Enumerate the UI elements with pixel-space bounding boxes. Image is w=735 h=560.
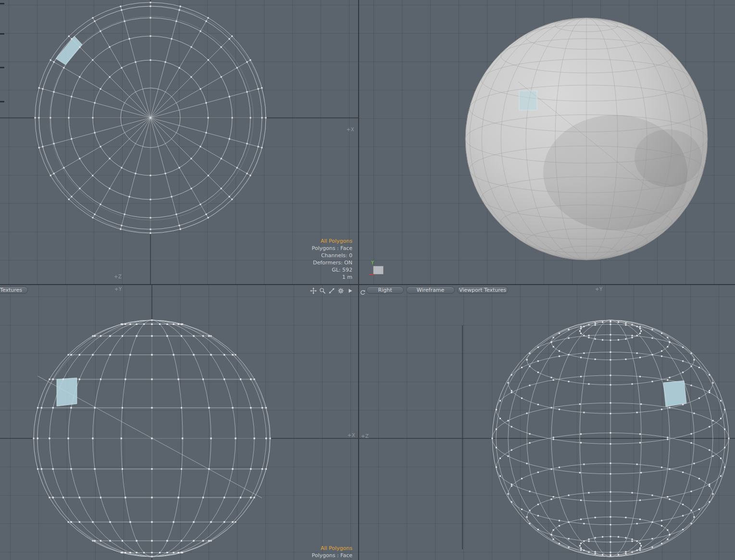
viewport-textures-button-partial[interactable]: Viewport Textures <box>0 286 28 294</box>
ruler-tick <box>0 33 4 35</box>
top-view-canvas[interactable] <box>0 0 358 284</box>
viewport-divider-horizontal[interactable] <box>0 284 735 285</box>
button-label: Viewport Textures <box>0 287 22 293</box>
stat-polygons: Polygons : Face <box>311 245 352 252</box>
viewport-top-view[interactable]: +X +Z All Polygons Polygons : Face Chann… <box>0 0 358 284</box>
axis-label-plus-x: +X <box>348 433 355 438</box>
gizmo-y-label: Y <box>371 260 374 265</box>
gizmo-cube <box>373 266 384 274</box>
viewport-perspective-view[interactable]: Y <box>359 0 735 284</box>
button-label: Viewport Textures <box>459 287 506 293</box>
viewport-front-view[interactable]: +Y +X All Polygons Polygons : Face Chann… <box>0 285 358 560</box>
axis-label-plus-y: +Y <box>114 286 122 292</box>
pan-icon[interactable] <box>310 287 317 294</box>
ruler-tick <box>0 101 4 102</box>
view-type-button[interactable]: Right <box>366 286 404 294</box>
ruler-tick <box>0 67 4 68</box>
axis-label-plus-z: +Z <box>361 434 369 439</box>
viewport-textures-button[interactable]: Viewport Textures <box>457 286 508 294</box>
viewport-right-view[interactable]: +Y +Z <box>359 285 735 560</box>
stat-deformers: Deformers: ON <box>311 259 352 266</box>
zoom-icon[interactable] <box>319 287 326 294</box>
ruler-tick <box>0 3 4 4</box>
shading-mode-button[interactable]: Wireframe <box>406 286 455 294</box>
axis-gizmo: Y <box>370 261 389 278</box>
viewport-stats: All Polygons Polygons : Face Channels: 0 <box>311 545 352 560</box>
modo-quad-viewport: +X +Z All Polygons Polygons : Face Chann… <box>0 0 735 560</box>
selected-polygon[interactable] <box>519 91 537 110</box>
selection-mode-label: All Polygons <box>311 545 352 552</box>
selected-polygon[interactable] <box>56 36 82 64</box>
gear-icon[interactable] <box>337 287 344 294</box>
axis-label-plus-z: +Z <box>114 274 122 279</box>
grid-scale-label: 1 m <box>311 274 352 281</box>
play-icon[interactable] <box>347 287 353 294</box>
gizmo-x-axis <box>370 274 374 275</box>
right-view-canvas[interactable] <box>359 285 735 560</box>
axis-label-plus-y: +Y <box>595 286 603 292</box>
viewport-divider-vertical[interactable] <box>358 0 359 560</box>
fit-view-icon[interactable] <box>328 287 335 294</box>
axis-label-plus-x: +X <box>347 127 354 132</box>
front-view-canvas[interactable] <box>0 285 358 560</box>
button-label: Right <box>378 287 392 293</box>
stat-polygons: Polygons : Face <box>311 552 352 559</box>
selected-polygon[interactable] <box>57 378 77 406</box>
stat-gl: GL: 592 <box>311 266 352 274</box>
button-label: Wireframe <box>417 287 444 293</box>
rotate-view-icon[interactable] <box>360 288 365 293</box>
selected-polygon[interactable] <box>663 381 686 407</box>
viewport-control-icons <box>310 287 353 294</box>
stat-channels: Channels: 0 <box>311 252 352 259</box>
selection-mode-label: All Polygons <box>311 237 352 245</box>
perspective-canvas[interactable] <box>359 0 735 284</box>
viewport-stats: All Polygons Polygons : Face Channels: 0… <box>311 237 352 281</box>
